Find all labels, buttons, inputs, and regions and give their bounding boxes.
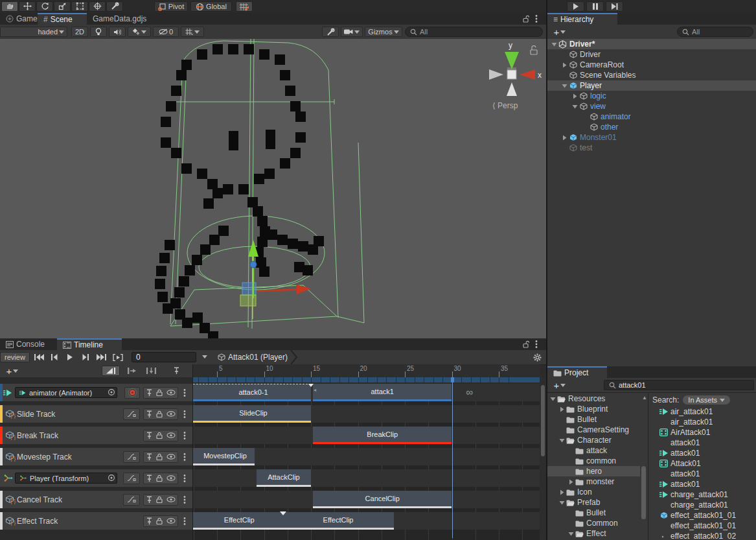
foldout-arrow[interactable]	[558, 406, 566, 412]
foldout-arrow[interactable]	[558, 489, 566, 495]
step-button[interactable]	[606, 1, 623, 12]
clip-effectclip[interactable]: EffectClip	[193, 512, 283, 530]
scale-tool-button[interactable]	[54, 1, 71, 12]
marker-toggle-button[interactable]	[169, 366, 183, 376]
track-header-break-track[interactable]: {}Break Track	[0, 427, 192, 444]
clip-breakclip[interactable]: BreakClip	[313, 427, 452, 444]
track-menu-icon[interactable]	[183, 474, 186, 485]
clip-cancelclip[interactable]: CancelClip	[313, 491, 452, 508]
result-attack01[interactable]: attack01	[648, 438, 756, 448]
clip-movestepclip[interactable]: MovestepClip	[193, 448, 255, 465]
shading-dropdown[interactable]: haded	[0, 27, 67, 37]
result-air-attack01[interactable]: air_attack01	[648, 417, 756, 427]
scrollbar-thumb[interactable]	[641, 466, 646, 519]
result-attack01[interactable]: attack01	[648, 469, 756, 479]
clip-boundary-marker[interactable]	[308, 384, 314, 387]
result-attack01[interactable]: attack01	[648, 479, 756, 489]
project-folder-prefab[interactable]: Prefab	[547, 497, 640, 508]
scene-viewport[interactable]: yx ⟨ Persp	[0, 39, 546, 338]
project-tree-scrollbar[interactable]: ▲	[640, 393, 648, 540]
tab-hierarchy[interactable]: ≡ Hierarchy	[547, 13, 617, 25]
foldout-arrow[interactable]	[558, 438, 566, 443]
lock-button[interactable]	[156, 475, 163, 482]
hierarchy-add-button[interactable]: +	[550, 27, 569, 37]
record-button[interactable]	[124, 387, 140, 399]
result-attack01[interactable]: attack01	[648, 448, 756, 458]
move-tool-button[interactable]	[19, 1, 36, 12]
timeline-play-button[interactable]	[63, 352, 77, 362]
pin-button[interactable]	[146, 432, 152, 440]
clip-attack0-1[interactable]: attack0-1	[193, 384, 311, 401]
hand-tool-button[interactable]	[1, 1, 18, 12]
transform-tool-button[interactable]	[89, 1, 106, 12]
mute-button[interactable]	[166, 518, 176, 524]
persp-label[interactable]: ⟨ Persp	[492, 101, 518, 110]
mute-button[interactable]	[166, 497, 176, 502]
track-header-effect-track[interactable]: {}Effect Track	[0, 512, 192, 530]
pin-button[interactable]	[146, 389, 152, 397]
tab-console[interactable]: Console	[0, 338, 56, 350]
track-binding-field[interactable]: animator (Animator)	[15, 387, 117, 398]
track-menu-icon[interactable]	[183, 431, 186, 442]
clip-attackclip[interactable]: AttackClip	[257, 469, 311, 487]
grid-snap-button[interactable]	[236, 1, 253, 12]
project-folder-resources[interactable]: Resources	[547, 393, 640, 404]
track-menu-icon[interactable]	[183, 517, 186, 528]
lighting-toggle[interactable]	[90, 27, 107, 37]
audio-toggle[interactable]	[109, 27, 126, 37]
pin-button[interactable]	[146, 475, 152, 482]
search-scope-pill[interactable]: In Assets	[683, 395, 730, 405]
effects-dropdown[interactable]	[128, 27, 151, 37]
curves-button[interactable]	[123, 408, 140, 420]
lock-button[interactable]	[156, 432, 163, 439]
pin-button[interactable]	[146, 410, 152, 418]
preview-button[interactable]: review	[0, 352, 30, 362]
scrollbar-thumb[interactable]	[541, 385, 545, 456]
foldout-arrow[interactable]	[560, 83, 568, 89]
lock-button[interactable]	[156, 517, 163, 524]
play-button[interactable]	[567, 1, 584, 12]
track-header-cancel-track[interactable]: {}Cancel Track	[0, 491, 192, 508]
curves-button[interactable]	[123, 494, 140, 506]
timeline-settings-button[interactable]	[530, 352, 544, 362]
track-menu-icon[interactable]	[183, 410, 186, 421]
clip-slideclip[interactable]: SlideClip	[193, 405, 311, 423]
foldout-arrow[interactable]	[567, 531, 575, 537]
hierarchy-item-cameraroot[interactable]: CameraRoot	[547, 60, 756, 70]
camera-dropdown[interactable]	[341, 27, 363, 37]
hierarchy-item-player[interactable]: Player	[547, 80, 756, 91]
hierarchy-item-view[interactable]: view	[547, 101, 756, 112]
hierarchy-item-monster01[interactable]: Monster01	[547, 132, 756, 143]
lock-button[interactable]	[156, 496, 163, 503]
result-effect-attack01-01[interactable]: effect_attack01_01	[648, 510, 756, 521]
pause-button[interactable]	[586, 1, 604, 12]
lock-button[interactable]	[156, 389, 163, 396]
lock-button[interactable]	[156, 410, 163, 417]
scene-search[interactable]: All	[405, 27, 543, 37]
timeline-breadcrumb[interactable]: Attack01 (Player)	[218, 350, 298, 364]
goto-start-button[interactable]	[32, 352, 46, 362]
result-effect-attack01-02[interactable]: effect_attack01_02	[648, 531, 756, 540]
project-search[interactable]: attack01	[604, 380, 754, 390]
grid-visibility-dropdown[interactable]	[181, 27, 204, 37]
hierarchy-item-animator[interactable]: animator	[547, 112, 756, 122]
object-picker-icon[interactable]	[108, 474, 115, 483]
foldout-arrow[interactable]	[550, 41, 558, 47]
global-button[interactable]: Global	[190, 1, 232, 12]
pin-button[interactable]	[146, 517, 152, 525]
hierarchy-item-logic[interactable]: logic	[547, 91, 756, 101]
tab-timeline[interactable]: Timeline	[57, 338, 122, 350]
project-folder-blueprint[interactable]: Blueprint	[547, 404, 640, 414]
foldout-arrow[interactable]	[549, 396, 556, 402]
ripple-mode-button[interactable]	[124, 366, 139, 376]
tab-game[interactable]: Game	[0, 13, 38, 25]
clip-lane[interactable]	[193, 469, 540, 487]
scene-tools-button[interactable]	[322, 27, 339, 37]
track-header-movestep-track[interactable]: {}Movestep Track	[0, 448, 192, 465]
project-folder-bullet[interactable]: Bullet	[547, 414, 640, 425]
mute-button[interactable]	[166, 411, 176, 417]
foldout-arrow[interactable]	[558, 500, 566, 506]
foldout-arrow[interactable]	[560, 62, 568, 68]
pivot-button[interactable]: Pivot	[154, 1, 188, 12]
timeline-scrollbar[interactable]	[540, 377, 546, 540]
